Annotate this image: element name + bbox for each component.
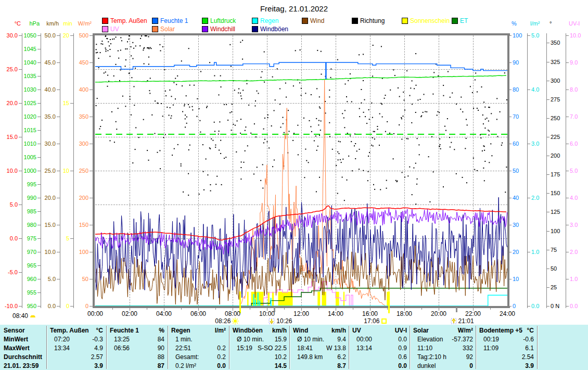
- series-richtung-dot: [347, 101, 348, 102]
- series-richtung-dot: [410, 87, 411, 88]
- series-richtung-dot: [148, 36, 149, 37]
- stats-cell-value: 92: [413, 353, 473, 361]
- stats-cell-value: 15.9: [233, 336, 287, 343]
- series-richtung-dot: [415, 203, 416, 205]
- axis-unit-hpa: hPa: [29, 21, 40, 27]
- series-sonnenschein-bar: [343, 292, 344, 306]
- axis-unit-uvi: UV-I: [569, 21, 580, 27]
- stats-column-separator: [537, 326, 538, 369]
- series-richtung-dot: [160, 50, 161, 52]
- legend-label-windchill: Windchill: [210, 25, 235, 33]
- series-richtung-dot: [181, 163, 182, 164]
- series-richtung-dot: [373, 45, 374, 46]
- series-richtung-dot: [409, 167, 410, 168]
- stats-cell-value: 0: [413, 362, 473, 369]
- series-richtung-dot: [184, 104, 185, 105]
- series-regen-bar: [255, 300, 256, 307]
- series-richtung-dot: [301, 88, 302, 89]
- series-solar: [239, 80, 386, 306]
- series-richtung-dot: [330, 77, 331, 78]
- series-richtung-dot: [355, 158, 356, 159]
- series-richtung-dot: [98, 58, 99, 59]
- axis-tick-label-deg: 350: [551, 40, 560, 46]
- series-richtung-dot: [329, 136, 330, 137]
- axis-tick-lm2: [527, 252, 530, 252]
- axis-tick-deg: [546, 212, 549, 212]
- series-richtung-dot: [363, 170, 364, 171]
- series-richtung-dot: [443, 95, 444, 96]
- series-richtung-dot: [340, 159, 341, 160]
- series-richtung-dot: [101, 41, 103, 42]
- series-richtung-dot: [149, 93, 150, 94]
- axis-tick-temp_c: [19, 306, 22, 307]
- series-richtung-dot: [438, 111, 439, 112]
- series-richtung-dot: [177, 75, 178, 76]
- series-richtung-dot: [220, 140, 221, 141]
- stats-cell-value: 9.4: [293, 336, 346, 343]
- sunset-icon: [380, 317, 388, 325]
- series-regen-bar: [253, 294, 254, 306]
- series-richtung-dot: [262, 71, 263, 72]
- sunrise-moon-time: 08:40: [12, 312, 28, 320]
- axis-tick-label-kmh: 15.0: [45, 222, 56, 228]
- series-richtung-dot: [456, 104, 457, 105]
- series-richtung-dot: [188, 195, 189, 196]
- series-richtung-dot: [417, 138, 418, 139]
- series-richtung-dot: [167, 107, 168, 108]
- axis-tick-label-deg: 100: [551, 228, 560, 234]
- stats-col-unit: °C: [50, 327, 103, 334]
- series-richtung-dot: [484, 127, 485, 129]
- legend-swatch-temp-aussen: [102, 18, 108, 24]
- axis-tick-uvi: [566, 306, 569, 307]
- stats-cell-value: 2.57: [50, 353, 103, 361]
- stats-column-separator: [168, 326, 169, 369]
- series-richtung-dot: [267, 117, 269, 118]
- series-richtung-dot: [165, 134, 166, 135]
- stats-cell-value: 87: [110, 362, 164, 369]
- axis-unit-pct: %: [512, 21, 517, 27]
- series-richtung-dot: [171, 116, 172, 117]
- series-richtung-dot: [371, 103, 372, 104]
- series-richtung-dot: [175, 78, 176, 79]
- series-richtung-dot: [491, 113, 492, 114]
- legend-label-solar: Solar: [160, 25, 175, 33]
- series-richtung-dot: [139, 45, 140, 46]
- series-richtung-dot: [235, 125, 236, 126]
- legend-item-temp-aussen: Temp. Außen: [102, 17, 147, 24]
- legend-swatch-wind: [302, 18, 308, 24]
- series-richtung-dot: [210, 148, 211, 149]
- series-richtung-dot: [271, 125, 272, 126]
- axis-tick-label-pct: 0: [513, 303, 516, 309]
- series-sonnenschein-bar: [336, 292, 339, 306]
- series-richtung-dot: [288, 110, 289, 111]
- series-richtung-dot: [118, 58, 119, 59]
- series-richtung-dot: [317, 50, 318, 51]
- axis-tick-label-wm2: 450: [79, 60, 88, 66]
- series-richtung-dot: [177, 144, 178, 145]
- series-richtung-dot: [110, 49, 111, 50]
- series-richtung-dot: [319, 108, 321, 109]
- axis-tick-label-wm2: 200: [79, 195, 88, 201]
- axis-tick-kmh: [57, 279, 60, 279]
- series-richtung-dot: [305, 93, 306, 94]
- axis-tick-label-hpa: 1020: [24, 114, 36, 120]
- series-sonnenschein-bar: [268, 292, 270, 306]
- chart-canvas: [95, 35, 507, 306]
- axis-tick-label-temp_c: -5.0: [8, 270, 18, 275]
- stats-cell-value: W 13.8: [293, 345, 346, 352]
- series-richtung-dot: [141, 35, 142, 36]
- series-richtung-dot: [238, 93, 239, 94]
- series-richtung-dot: [163, 137, 164, 138]
- series-richtung-dot: [107, 86, 108, 87]
- series-richtung-dot: [359, 149, 360, 150]
- axis-tick-hpa: [37, 306, 41, 307]
- axis-tick-label-pct: 70: [513, 114, 519, 120]
- series-richtung-dot: [483, 145, 484, 146]
- legend-item-luftdruck: Luftdruck: [202, 17, 236, 24]
- series-richtung-dot: [461, 97, 462, 98]
- series-richtung-dot: [221, 184, 222, 185]
- axis-tick-label-kmh: 50.0: [45, 33, 56, 39]
- legend-item-windboeen: Windböen: [252, 25, 288, 33]
- series-richtung-dot: [412, 194, 413, 195]
- series-richtung-dot: [352, 170, 353, 171]
